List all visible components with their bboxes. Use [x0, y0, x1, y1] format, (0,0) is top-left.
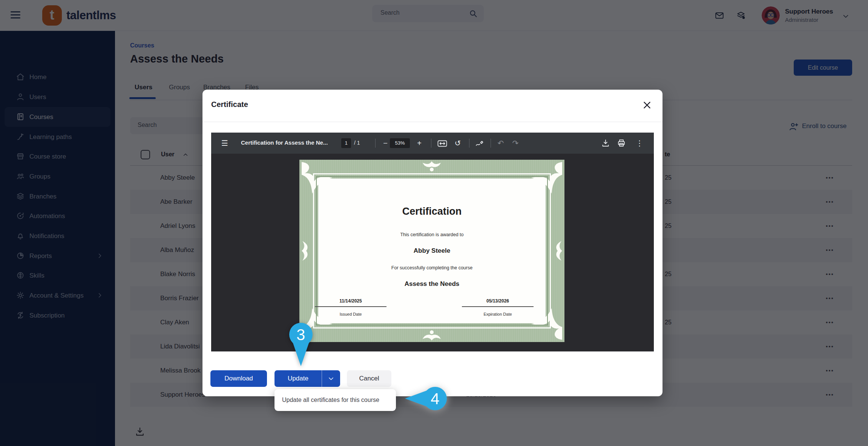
pdf-viewer: ☰ Certification for Assess the Ne... 1 /…	[211, 133, 654, 351]
zoom-in-icon[interactable]: +	[414, 138, 425, 148]
expiration-date: 05/13/2026	[462, 298, 534, 307]
close-icon[interactable]	[642, 100, 652, 110]
pdf-menu-icon[interactable]: ☰	[219, 138, 230, 148]
issued-date: 11/14/2025	[315, 298, 386, 307]
certificate-preview: Certification This certification is awar…	[299, 160, 564, 342]
step-4-number: 4	[431, 390, 439, 408]
certificate-awarded-text: This certification is awarded to	[299, 232, 564, 237]
cancel-button[interactable]: Cancel	[347, 370, 391, 387]
zoom-out-icon[interactable]: −	[380, 138, 391, 148]
toolbar-divider	[431, 139, 431, 148]
pdf-page-number-input[interactable]: 1	[341, 138, 351, 148]
redo-icon[interactable]: ↷	[510, 138, 521, 148]
issued-date-block: 11/14/2025 Issued Date	[315, 298, 386, 316]
certificate-modal: Certificate ☰ Certification for Assess t…	[202, 90, 663, 396]
step-3-callout: 3	[287, 322, 315, 368]
top-motif-icon	[417, 160, 447, 173]
modal-title: Certificate	[211, 100, 248, 109]
toolbar-divider	[375, 139, 376, 148]
fit-to-page-icon[interactable]	[437, 140, 447, 147]
pdf-print-icon[interactable]	[617, 139, 626, 148]
rotate-icon[interactable]: ↺	[452, 138, 463, 148]
certificate-course-name: Assess the Needs	[299, 280, 564, 288]
talentlms-app: t talentlms Search Support He	[0, 0, 868, 446]
step-4-callout: 4	[404, 384, 449, 413]
certificate-heading: Certification	[299, 206, 564, 217]
expiration-date-label: Expiration Date	[462, 312, 534, 316]
pdf-zoom-level[interactable]: 53%	[390, 138, 410, 148]
certificate-recipient: Abby Steele	[299, 247, 564, 255]
pdf-document-title: Certification for Assess the Ne...	[241, 139, 328, 146]
certificate-completing-text: For successfully completing the course	[299, 265, 564, 270]
undo-icon[interactable]: ↶	[495, 138, 506, 148]
issued-date-label: Issued Date	[315, 312, 386, 316]
toolbar-divider	[469, 139, 469, 148]
update-all-certificates-menu-item[interactable]: Update all certificates for this course	[275, 389, 396, 411]
toolbar-divider	[491, 139, 491, 148]
pdf-more-options-icon[interactable]: ⋮	[634, 138, 645, 148]
step-3-number: 3	[296, 326, 305, 344]
pdf-page-count: / 1	[354, 140, 360, 146]
download-button[interactable]: Download	[210, 370, 267, 387]
bottom-motif-icon	[417, 328, 447, 341]
pdf-canvas: Certification This certification is awar…	[211, 154, 654, 351]
expiration-date-block: 05/13/2026 Expiration Date	[462, 298, 534, 316]
annotate-pen-icon[interactable]	[475, 139, 484, 148]
update-button[interactable]: Update	[275, 370, 322, 387]
pdf-download-icon[interactable]	[601, 139, 610, 148]
update-options-chevron-button[interactable]	[322, 370, 340, 387]
pdf-toolbar: ☰ Certification for Assess the Ne... 1 /…	[211, 133, 654, 154]
modal-header-divider	[202, 122, 663, 122]
chevron-down-icon	[327, 375, 335, 382]
update-options-menu: Update all certificates for this course	[275, 389, 396, 411]
